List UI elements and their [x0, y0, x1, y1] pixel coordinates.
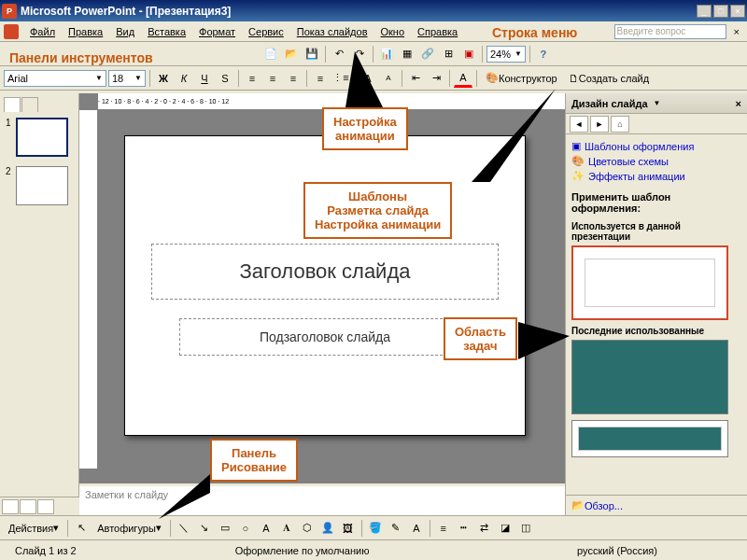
underline-button[interactable]: Ч [195, 69, 214, 88]
font-color-draw-button[interactable]: A [407, 519, 426, 538]
shadow-style-button[interactable]: ◪ [496, 519, 514, 538]
callout-arrow-2 [472, 89, 565, 191]
menu-insert[interactable]: Вставка [142, 24, 191, 39]
minimize-button[interactable]: _ [697, 5, 712, 18]
arrow-style-button[interactable]: ⇄ [475, 519, 494, 538]
callout-arrow-1 [345, 51, 402, 112]
hyperlink-button[interactable]: 🔗 [418, 45, 437, 63]
normal-view-button[interactable] [2, 499, 19, 514]
taskpane-forward-button[interactable]: ► [590, 116, 609, 133]
apply-template-label: Применить шаблон оформления: [566, 188, 747, 217]
new-button[interactable]: 📄 [261, 45, 280, 63]
menu-slideshow[interactable]: Показ слайдов [291, 24, 374, 39]
mdi-close-icon[interactable]: × [730, 26, 743, 37]
shadow-button[interactable]: S [216, 69, 234, 88]
align-center-button[interactable]: ≡ [263, 69, 282, 88]
bold-button[interactable]: Ж [154, 69, 173, 88]
title-placeholder[interactable]: Заголовок слайда [151, 244, 499, 300]
slide-thumb-1[interactable]: 1 [4, 116, 75, 159]
align-right-button[interactable]: ≡ [284, 69, 303, 88]
rectangle-tool[interactable]: ▭ [216, 519, 234, 538]
slideshow-view-button[interactable] [37, 499, 54, 514]
oval-tool[interactable]: ○ [236, 519, 255, 538]
template-list: Используется в данной презентации Послед… [566, 217, 747, 495]
app-icon: P [2, 4, 17, 19]
callout-draw-panel: Панель Рисование [210, 439, 298, 482]
actions-menu[interactable]: Действия ▾ [4, 519, 63, 538]
help-search-input[interactable]: Введите вопрос [614, 24, 726, 39]
workspace: 1 2 · 12 · 10 · 8 · 6 · 4 · 2 · 0 · 2 · … [0, 93, 747, 515]
task-pane: Дизайн слайда ▼ × ◄ ► ⌂ ▣ Шаблоны оформл… [565, 93, 747, 515]
document-icon [4, 24, 19, 39]
menu-format[interactable]: Формат [193, 24, 241, 39]
menu-view[interactable]: Вид [110, 24, 140, 39]
link-design-templates[interactable]: ▣ Шаблоны оформления [571, 140, 741, 152]
taskpane-back-button[interactable]: ◄ [570, 116, 588, 133]
drawing-toolbar: Действия ▾ ↖ Автофигуры ▾ ＼ ↘ ▭ ○ A 𝐀 ⬡ … [0, 515, 747, 539]
link-color-schemes[interactable]: 🎨 Цветовые схемы [571, 155, 741, 167]
sorter-view-button[interactable] [20, 499, 36, 514]
zoom-combo[interactable]: 24%▼ [486, 46, 526, 63]
annotation-toolbars: Панели инструментов [9, 50, 153, 65]
annotation-menu-row: Строка меню [492, 25, 577, 40]
align-left-button[interactable]: ≡ [243, 69, 261, 88]
line-color-button[interactable]: ✎ [387, 519, 405, 538]
select-tool[interactable]: ↖ [72, 519, 91, 538]
taskpane-close-button[interactable]: × [736, 98, 741, 109]
new-slide-button[interactable]: 🗋 Создать слайд [564, 69, 654, 88]
autoshapes-menu[interactable]: Автофигуры ▾ [92, 519, 166, 538]
italic-button[interactable]: К [175, 69, 193, 88]
picture-tool[interactable]: 🖼 [339, 519, 358, 538]
template-current[interactable] [571, 245, 728, 320]
fill-color-button[interactable]: 🪣 [366, 519, 385, 538]
titlebar: P Microsoft PowerPoint - [Презентация3] … [0, 0, 747, 21]
increase-indent-button[interactable]: ⇥ [427, 69, 445, 88]
template-recent-1[interactable] [571, 340, 728, 414]
open-button[interactable]: 📂 [282, 45, 301, 63]
menu-tools[interactable]: Сервис [243, 24, 289, 39]
svg-marker-0 [345, 51, 383, 107]
slide-thumbnails-pane: 1 2 [0, 93, 79, 515]
taskpane-home-button[interactable]: ⌂ [611, 116, 629, 133]
numbering-button[interactable]: ≡ [311, 69, 330, 88]
callout-templates: Шаблоны Разметка слайда Настройка анимац… [303, 182, 452, 239]
menu-window[interactable]: Окно [375, 24, 411, 39]
outline-tab[interactable] [4, 97, 21, 112]
notes-pane[interactable]: Заметки к слайду [79, 483, 565, 515]
line-tool[interactable]: ＼ [175, 519, 193, 538]
slides-tab[interactable] [21, 97, 38, 112]
subtitle-placeholder[interactable]: Подзаголовок слайда [179, 318, 471, 356]
show-button[interactable]: ▣ [459, 45, 478, 63]
wordart-tool[interactable]: 𝐀 [277, 519, 296, 538]
maximize-button[interactable]: □ [713, 5, 728, 18]
svg-marker-2 [518, 322, 570, 359]
line-style-button[interactable]: ≡ [434, 519, 453, 538]
menu-file[interactable]: Файл [24, 24, 61, 39]
arrow-tool[interactable]: ↘ [195, 519, 214, 538]
help-button[interactable]: ? [534, 45, 553, 63]
diagram-tool[interactable]: ⬡ [298, 519, 317, 538]
template-recent-2[interactable] [571, 420, 728, 457]
font-size-combo[interactable]: 18▼ [108, 70, 146, 87]
clipart-tool[interactable]: 👤 [318, 519, 337, 538]
expand-button[interactable]: ⊞ [439, 45, 458, 63]
menu-help[interactable]: Справка [412, 24, 463, 39]
close-button[interactable]: × [730, 5, 745, 18]
slide-thumb-2[interactable]: 2 [4, 164, 75, 207]
link-animation-effects[interactable]: ✨ Эффекты анимации [571, 170, 741, 182]
dash-style-button[interactable]: ┅ [455, 519, 473, 538]
menu-edit[interactable]: Правка [63, 24, 108, 39]
3d-style-button[interactable]: ◫ [516, 519, 535, 538]
textbox-tool[interactable]: A [257, 519, 275, 538]
browse-link[interactable]: Обзор... [585, 500, 623, 511]
taskpane-header: Дизайн слайда ▼ × [566, 93, 747, 114]
font-color-button[interactable]: A [454, 69, 472, 88]
designer-button[interactable]: 🎨 Конструктор [481, 69, 562, 88]
taskpane-dropdown-icon[interactable]: ▼ [654, 99, 661, 107]
decrease-indent-button[interactable]: ⇤ [406, 69, 425, 88]
slide-canvas[interactable]: Заголовок слайда Подзаголовок слайда [124, 135, 526, 436]
font-name-combo[interactable]: Arial▼ [4, 70, 106, 87]
group-current: Используется в данной презентации [571, 221, 741, 242]
callout-task-area: Область задач [444, 317, 517, 360]
save-button[interactable]: 💾 [303, 45, 321, 63]
